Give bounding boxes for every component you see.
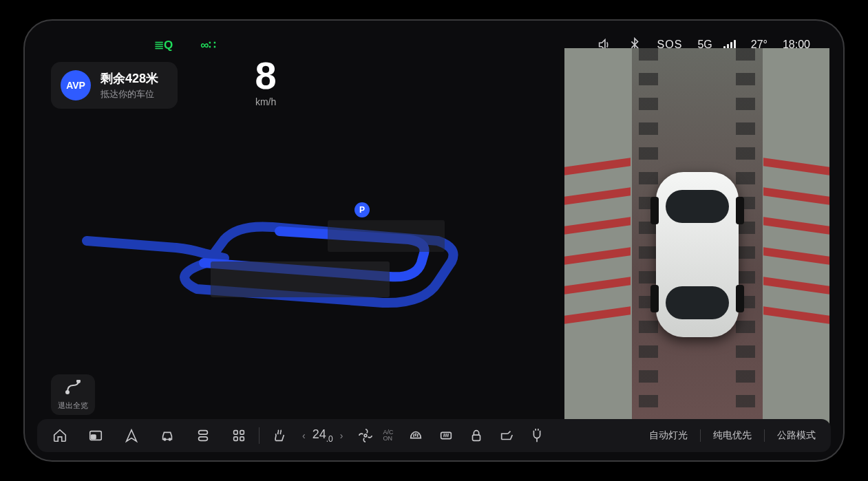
svg-point-4 <box>77 380 80 383</box>
svg-rect-10 <box>199 437 208 441</box>
temp-increase-button[interactable]: › <box>340 430 343 441</box>
svg-rect-13 <box>234 437 238 441</box>
ego-vehicle-icon <box>656 172 739 337</box>
avp-subtitle: 抵达你的车位 <box>100 88 158 100</box>
defrost-front-button[interactable] <box>408 428 423 443</box>
avp-badge: AVP <box>61 70 91 100</box>
speedometer: 8 km/h <box>255 56 277 107</box>
defrost-rear-button[interactable] <box>438 428 454 443</box>
surround-camera-view[interactable] <box>564 48 829 430</box>
svg-rect-11 <box>234 431 238 435</box>
bottom-dock: ‹ 24.0 › A/CON 自动灯光 纯电优先 公路模式 <box>37 419 831 452</box>
exit-overview-label: 退出全览 <box>51 400 95 411</box>
ac-status[interactable]: A/CON <box>383 429 393 442</box>
speed-unit: km/h <box>255 96 277 107</box>
svg-point-3 <box>66 391 69 394</box>
charge-port-button[interactable] <box>529 428 544 443</box>
svg-rect-1 <box>211 261 390 297</box>
mode-auto-light[interactable]: 自动灯光 <box>649 429 688 442</box>
apps-button[interactable] <box>231 428 246 443</box>
svg-rect-14 <box>240 437 244 441</box>
home-button[interactable] <box>52 428 67 443</box>
tailgate-button[interactable] <box>499 428 514 443</box>
fan-button[interactable] <box>358 428 373 443</box>
climate-temp-value[interactable]: 24.0 <box>313 427 333 444</box>
pip-button[interactable] <box>88 428 103 443</box>
temp-decrease-button[interactable]: ‹ <box>302 430 306 441</box>
parking-marker-icon: P <box>359 205 365 215</box>
lock-button[interactable] <box>469 428 484 443</box>
seat-button[interactable] <box>195 428 211 443</box>
vehicle-hmi-frame: ≣Q ∞∷ SOS 5G 27° 18:00 AVP 剩余428米 抵达你的车位… <box>23 19 845 462</box>
svg-rect-17 <box>473 435 480 440</box>
headlight-icon: ≣Q <box>154 38 173 52</box>
mode-road[interactable]: 公路模式 <box>777 429 816 442</box>
svg-rect-2 <box>328 220 445 252</box>
vehicle-button[interactable] <box>160 428 175 443</box>
parking-route-map[interactable]: P <box>66 145 520 351</box>
mode-ev-priority[interactable]: 纯电优先 <box>713 429 752 442</box>
seat-heat-button[interactable] <box>272 428 287 443</box>
foglight-icon: ∞∷ <box>200 38 216 52</box>
svg-rect-6 <box>92 435 96 439</box>
status-left-indicators: ≣Q ∞∷ <box>154 38 216 52</box>
speed-value: 8 <box>255 56 277 95</box>
navigation-button[interactable] <box>124 428 139 443</box>
exit-overview-button[interactable]: 退出全览 <box>51 374 95 415</box>
climate-temp-control: ‹ 24.0 › <box>302 427 343 444</box>
svg-rect-9 <box>199 431 208 435</box>
avp-info-card[interactable]: AVP 剩余428米 抵达你的车位 <box>51 62 178 109</box>
svg-rect-12 <box>240 431 244 435</box>
route-icon <box>51 380 95 398</box>
avp-distance-remaining: 剩余428米 <box>100 70 158 87</box>
svg-point-15 <box>365 434 368 437</box>
